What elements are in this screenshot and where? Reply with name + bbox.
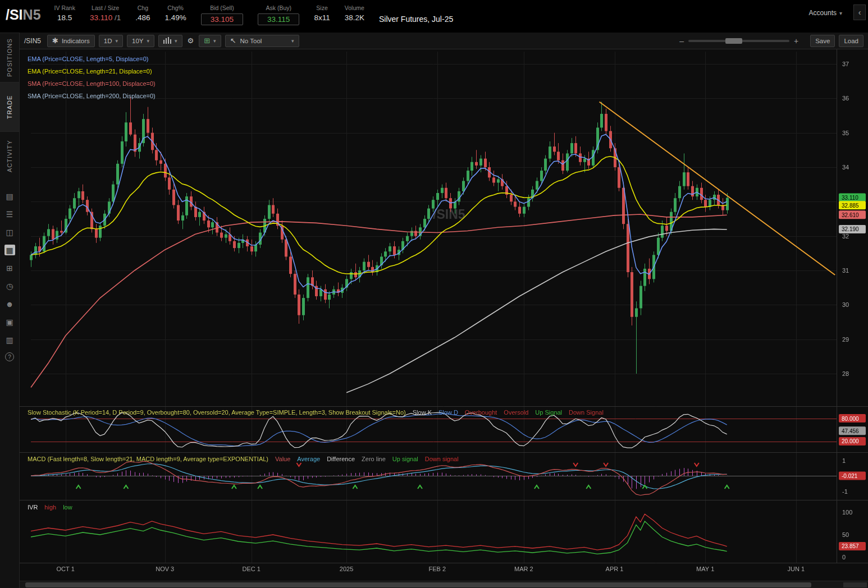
zoom-control: – + (679, 36, 798, 45)
chg-pct-stat: Chg% 1.49% (165, 4, 186, 22)
indicators-label: Indicators (62, 38, 90, 44)
zoom-in-button[interactable]: + (794, 36, 798, 45)
chart-area: EMA (Price=CLOSE, Length=5, Displace=0) … (20, 49, 868, 588)
chevron-down-icon: ▾ (291, 38, 294, 44)
left-sidebar: POSITIONS TRADE ACTIVITY ▤ ☰ ◫ ▦ ⊞ ◷ ☻ ▣… (0, 33, 20, 588)
news-icon[interactable]: ▤ (4, 191, 15, 201)
last-size-stat: Last / Size 33.110 /1 (90, 4, 121, 22)
symbol-title: /SIN5 (6, 7, 41, 23)
collapse-panel-button[interactable]: ‹ (853, 4, 866, 20)
size-value: 8x11 (314, 13, 330, 22)
chevron-down-icon: ▾ (839, 10, 842, 16)
chart-h-scrollbar[interactable] (20, 581, 868, 588)
chg-pct-label: Chg% (167, 4, 184, 11)
bid-label: Bid (Sell) (210, 4, 234, 11)
iv-rank-stat: IV Rank 18.5 (54, 4, 75, 22)
grid-layout-icon: ⊞ (204, 36, 210, 45)
widgets-icon[interactable]: ⊞ (4, 263, 15, 273)
gear-icon: ⚙ (188, 36, 194, 45)
indicators-icon: ✱ (52, 36, 58, 45)
monitor-icon[interactable]: ◫ (4, 227, 15, 237)
help-icon[interactable]: ? (5, 352, 14, 361)
last-size-label: Last / Size (92, 4, 119, 11)
zoom-out-button[interactable]: – (679, 36, 684, 45)
size-stat: Size 8x11 (314, 4, 330, 22)
bid-button[interactable]: 33.105 (201, 13, 243, 25)
timeframe-dropdown[interactable]: 1D ▾ (99, 35, 123, 47)
tab-positions[interactable]: POSITIONS (0, 33, 19, 82)
scrollbar-thumb[interactable] (25, 582, 811, 587)
ask-button[interactable]: 33.115 (258, 13, 299, 25)
save-button[interactable]: Save (810, 35, 835, 47)
symbol-month: N5 (23, 7, 41, 22)
range-dropdown[interactable]: 10Y ▾ (127, 35, 154, 47)
calendar-icon[interactable]: ▣ (4, 316, 15, 327)
chg-stat: Chg .486 (135, 4, 150, 22)
chart-type-icon (163, 37, 171, 45)
tab-activity[interactable]: ACTIVITY (0, 131, 19, 181)
volume-stat: Volume 38.2K (345, 4, 364, 22)
instrument-description: Silver Futures, Jul-25 (379, 15, 453, 24)
bid-stat: Bid (Sell) 33.105 (201, 4, 243, 25)
range-value: 10Y (132, 38, 143, 44)
history-icon[interactable]: ◷ (4, 281, 15, 291)
load-button[interactable]: Load (839, 35, 864, 47)
app-window: /SIN5 IV Rank 18.5 Last / Size 33.110 /1… (0, 0, 868, 588)
volume-label: Volume (345, 4, 364, 11)
chg-pct-value: 1.49% (165, 13, 186, 22)
chevron-down-icon: ▾ (147, 38, 149, 44)
zoom-slider-thumb[interactable] (725, 38, 742, 44)
size-label: Size (316, 4, 327, 11)
timeframe-value: 1D (104, 38, 112, 44)
accounts-label: Accounts (809, 9, 837, 17)
price-chart-canvas[interactable] (20, 49, 868, 579)
messages-icon[interactable]: ▥ (4, 334, 15, 345)
drawing-tool-dropdown[interactable]: ↖ No Tool ▾ (225, 35, 299, 47)
load-label: Load (844, 38, 858, 44)
cursor-icon: ↖ (230, 36, 236, 45)
chg-label: Chg (138, 4, 148, 11)
tab-trade[interactable]: TRADE (0, 82, 19, 131)
symbol-root: /SI (6, 7, 23, 22)
quote-header: /SIN5 IV Rank 18.5 Last / Size 33.110 /1… (0, 0, 868, 33)
chart-type-dropdown[interactable]: ▾ (158, 35, 182, 47)
chart-icon[interactable]: ▦ (4, 245, 15, 255)
volume-value: 38.2K (345, 13, 364, 22)
zoom-slider[interactable] (688, 40, 789, 42)
save-label: Save (815, 38, 830, 44)
watchlist-icon[interactable]: ☰ (4, 209, 15, 219)
chevron-down-icon: ▾ (115, 38, 118, 44)
sidebar-icon-column: ▤ ☰ ◫ ▦ ⊞ ◷ ☻ ▣ ▥ ? (0, 181, 19, 361)
last-size: /1 (112, 13, 121, 22)
chevron-down-icon: ▾ (175, 38, 177, 44)
drawing-tool-value: No Tool (240, 38, 262, 44)
community-icon[interactable]: ☻ (4, 298, 15, 309)
ask-stat: Ask (Buy) 33.115 (258, 4, 299, 25)
chart-settings-button[interactable]: ⚙ (186, 35, 195, 47)
toolbar-symbol: /SIN5 (24, 37, 41, 45)
last-price: 33.110 (90, 13, 112, 22)
scrollbar-corner (843, 582, 867, 587)
indicators-button[interactable]: ✱ Indicators (47, 35, 95, 47)
grid-layout-dropdown[interactable]: ⊞ ▾ (199, 35, 221, 47)
chg-value: .486 (135, 13, 150, 22)
chart-toolbar: /SIN5 ✱ Indicators 1D ▾ 10Y ▾ ▾ (20, 33, 868, 49)
iv-rank-label: IV Rank (54, 4, 75, 11)
accounts-menu[interactable]: Accounts ▾ (809, 9, 842, 17)
iv-rank-value: 18.5 (57, 13, 72, 22)
chevron-down-icon: ▾ (213, 38, 216, 44)
ask-label: Ask (Buy) (266, 4, 291, 11)
